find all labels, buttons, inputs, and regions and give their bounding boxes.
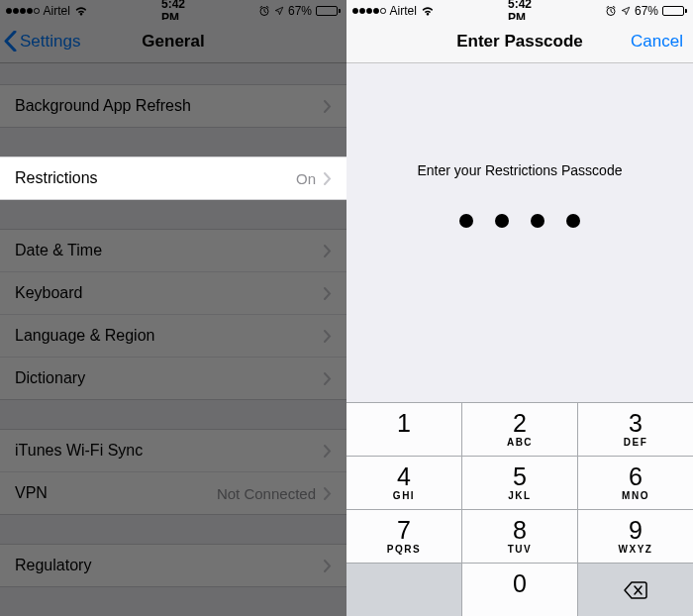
row-date-time[interactable]: Date & Time — [0, 229, 346, 272]
battery-icon — [662, 6, 687, 16]
cellular-signal-icon — [6, 8, 40, 14]
keypad-0[interactable]: 0 — [462, 563, 578, 616]
row-itunes-wifi-sync[interactable]: iTunes Wi-Fi Sync — [0, 429, 346, 472]
chevron-right-icon — [324, 330, 332, 343]
numeric-keypad: 1 2ABC 3DEF 4GHI 5JKL 6MNO 7PQRS 8TUV 9W… — [346, 402, 693, 616]
status-bar: Airtel 5:42 PM 67% — [0, 0, 346, 20]
keypad-4[interactable]: 4GHI — [346, 456, 462, 509]
row-regulatory[interactable]: Regulatory — [0, 544, 346, 587]
page-title: General — [142, 32, 204, 51]
row-label: Date & Time — [15, 242, 324, 259]
keypad-2[interactable]: 2ABC — [462, 402, 578, 456]
page-title: Enter Passcode — [456, 32, 583, 51]
chevron-right-icon — [324, 100, 332, 113]
row-value: Not Connected — [217, 485, 316, 502]
battery-icon — [316, 6, 341, 16]
passcode-dot — [531, 214, 544, 228]
row-dictionary[interactable]: Dictionary — [0, 357, 346, 400]
location-icon — [621, 6, 631, 16]
keypad-9[interactable]: 9WXYZ — [578, 509, 693, 563]
passcode-dot — [459, 214, 473, 228]
chevron-right-icon — [324, 172, 332, 185]
keypad-6[interactable]: 6MNO — [578, 456, 693, 509]
battery-percent: 67% — [635, 4, 658, 18]
passcode-screen: Airtel 5:42 PM 67% Enter Passcode Cancel… — [346, 0, 693, 616]
chevron-right-icon — [324, 560, 332, 572]
row-background-app-refresh[interactable]: Background App Refresh — [0, 84, 346, 128]
passcode-dot — [495, 214, 509, 228]
row-label: Restrictions — [15, 169, 296, 187]
cellular-signal-icon — [352, 8, 386, 14]
row-label: Dictionary — [15, 369, 324, 387]
row-restrictions[interactable]: Restrictions On — [0, 156, 346, 200]
general-settings-screen: Airtel 5:42 PM 67% Settings General Back… — [0, 0, 346, 616]
backspace-icon — [624, 581, 647, 599]
row-language-region[interactable]: Language & Region — [0, 314, 346, 358]
back-label: Settings — [20, 32, 80, 51]
passcode-dots — [346, 214, 693, 228]
alarm-icon — [605, 5, 617, 17]
row-label: Keyboard — [15, 284, 324, 302]
keypad-backspace[interactable] — [578, 563, 693, 616]
alarm-icon — [258, 5, 270, 17]
location-icon — [274, 6, 284, 16]
row-label: iTunes Wi-Fi Sync — [15, 442, 324, 460]
status-bar: Airtel 5:42 PM 67% — [346, 0, 693, 20]
passcode-area: Enter your Restrictions Passcode — [346, 63, 693, 228]
back-button[interactable]: Settings — [4, 20, 80, 62]
chevron-right-icon — [324, 487, 332, 500]
chevron-right-icon — [324, 372, 332, 385]
row-label: VPN — [15, 484, 217, 502]
keypad-3[interactable]: 3DEF — [578, 402, 693, 456]
row-vpn[interactable]: VPN Not Connected — [0, 471, 346, 515]
wifi-icon — [74, 6, 88, 16]
keypad-1[interactable]: 1 — [346, 402, 462, 456]
row-label: Regulatory — [15, 557, 324, 574]
row-keyboard[interactable]: Keyboard — [0, 271, 346, 315]
row-label: Language & Region — [15, 327, 324, 345]
cancel-button[interactable]: Cancel — [631, 20, 683, 62]
row-value: On — [296, 170, 316, 187]
nav-bar: Settings General — [0, 20, 346, 63]
chevron-right-icon — [324, 287, 332, 300]
chevron-left-icon — [4, 31, 17, 51]
keypad-5[interactable]: 5JKL — [462, 456, 578, 509]
keypad-blank — [346, 563, 462, 616]
chevron-right-icon — [324, 445, 332, 458]
carrier-label: Airtel — [44, 4, 70, 18]
passcode-prompt: Enter your Restrictions Passcode — [346, 162, 693, 178]
battery-percent: 67% — [288, 4, 312, 18]
row-label: Background App Refresh — [15, 97, 324, 115]
carrier-label: Airtel — [390, 4, 417, 18]
nav-bar: Enter Passcode Cancel — [346, 20, 693, 63]
keypad-8[interactable]: 8TUV — [462, 509, 578, 563]
passcode-dot — [566, 214, 580, 228]
keypad-7[interactable]: 7PQRS — [346, 509, 462, 563]
chevron-right-icon — [324, 245, 332, 257]
settings-list: Background App Refresh Restrictions On D… — [0, 63, 346, 616]
wifi-icon — [421, 6, 435, 16]
